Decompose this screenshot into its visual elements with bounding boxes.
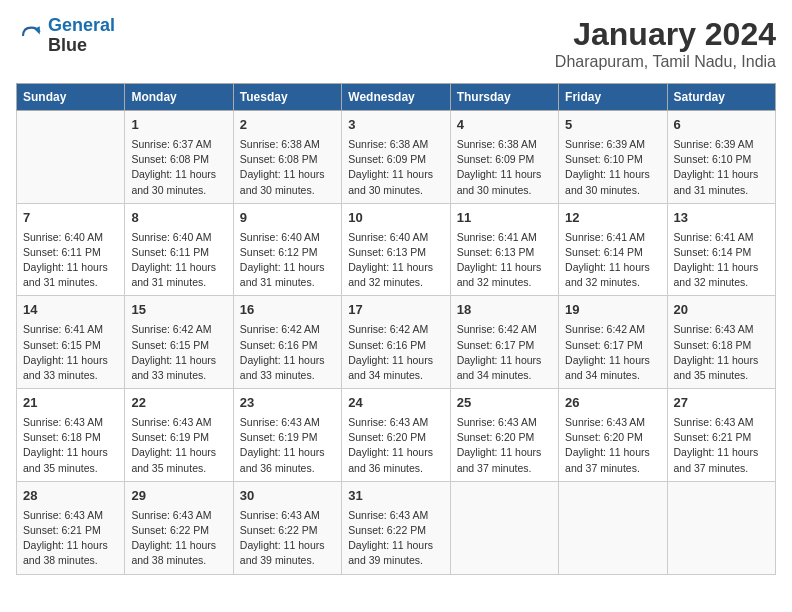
day-number: 29 bbox=[131, 487, 226, 506]
day-number: 11 bbox=[457, 209, 552, 228]
calendar-cell: 12Sunrise: 6:41 AMSunset: 6:14 PMDayligh… bbox=[559, 203, 667, 296]
cell-content: Sunrise: 6:43 AMSunset: 6:19 PMDaylight:… bbox=[131, 415, 226, 476]
calendar-cell: 16Sunrise: 6:42 AMSunset: 6:16 PMDayligh… bbox=[233, 296, 341, 389]
day-number: 5 bbox=[565, 116, 660, 135]
cell-content: Sunrise: 6:43 AMSunset: 6:18 PMDaylight:… bbox=[674, 322, 769, 383]
calendar-cell: 23Sunrise: 6:43 AMSunset: 6:19 PMDayligh… bbox=[233, 389, 341, 482]
calendar-cell: 1Sunrise: 6:37 AMSunset: 6:08 PMDaylight… bbox=[125, 111, 233, 204]
cell-content: Sunrise: 6:43 AMSunset: 6:20 PMDaylight:… bbox=[348, 415, 443, 476]
calendar-cell: 21Sunrise: 6:43 AMSunset: 6:18 PMDayligh… bbox=[17, 389, 125, 482]
calendar-cell: 14Sunrise: 6:41 AMSunset: 6:15 PMDayligh… bbox=[17, 296, 125, 389]
day-number: 12 bbox=[565, 209, 660, 228]
day-number: 10 bbox=[348, 209, 443, 228]
cell-content: Sunrise: 6:39 AMSunset: 6:10 PMDaylight:… bbox=[674, 137, 769, 198]
day-number: 28 bbox=[23, 487, 118, 506]
calendar-cell: 18Sunrise: 6:42 AMSunset: 6:17 PMDayligh… bbox=[450, 296, 558, 389]
day-number: 27 bbox=[674, 394, 769, 413]
cell-content: Sunrise: 6:38 AMSunset: 6:09 PMDaylight:… bbox=[457, 137, 552, 198]
calendar-week-row: 14Sunrise: 6:41 AMSunset: 6:15 PMDayligh… bbox=[17, 296, 776, 389]
day-number: 15 bbox=[131, 301, 226, 320]
day-number: 9 bbox=[240, 209, 335, 228]
cell-content: Sunrise: 6:39 AMSunset: 6:10 PMDaylight:… bbox=[565, 137, 660, 198]
cell-content: Sunrise: 6:41 AMSunset: 6:14 PMDaylight:… bbox=[565, 230, 660, 291]
calendar-cell: 2Sunrise: 6:38 AMSunset: 6:08 PMDaylight… bbox=[233, 111, 341, 204]
cell-content: Sunrise: 6:40 AMSunset: 6:13 PMDaylight:… bbox=[348, 230, 443, 291]
cell-content: Sunrise: 6:41 AMSunset: 6:15 PMDaylight:… bbox=[23, 322, 118, 383]
calendar-table: SundayMondayTuesdayWednesdayThursdayFrid… bbox=[16, 83, 776, 575]
calendar-cell: 28Sunrise: 6:43 AMSunset: 6:21 PMDayligh… bbox=[17, 481, 125, 574]
day-number: 21 bbox=[23, 394, 118, 413]
calendar-cell: 15Sunrise: 6:42 AMSunset: 6:15 PMDayligh… bbox=[125, 296, 233, 389]
calendar-cell: 3Sunrise: 6:38 AMSunset: 6:09 PMDaylight… bbox=[342, 111, 450, 204]
calendar-cell bbox=[17, 111, 125, 204]
day-number: 8 bbox=[131, 209, 226, 228]
cell-content: Sunrise: 6:41 AMSunset: 6:13 PMDaylight:… bbox=[457, 230, 552, 291]
calendar-cell bbox=[667, 481, 775, 574]
calendar-cell: 29Sunrise: 6:43 AMSunset: 6:22 PMDayligh… bbox=[125, 481, 233, 574]
logo: General Blue bbox=[16, 16, 115, 56]
cell-content: Sunrise: 6:37 AMSunset: 6:08 PMDaylight:… bbox=[131, 137, 226, 198]
day-number: 31 bbox=[348, 487, 443, 506]
title-block: January 2024 Dharapuram, Tamil Nadu, Ind… bbox=[555, 16, 776, 71]
cell-content: Sunrise: 6:43 AMSunset: 6:22 PMDaylight:… bbox=[240, 508, 335, 569]
calendar-day-header: Wednesday bbox=[342, 84, 450, 111]
page-title: January 2024 bbox=[555, 16, 776, 53]
calendar-cell: 26Sunrise: 6:43 AMSunset: 6:20 PMDayligh… bbox=[559, 389, 667, 482]
logo-text: General Blue bbox=[48, 16, 115, 56]
calendar-cell: 9Sunrise: 6:40 AMSunset: 6:12 PMDaylight… bbox=[233, 203, 341, 296]
day-number: 3 bbox=[348, 116, 443, 135]
calendar-day-header: Monday bbox=[125, 84, 233, 111]
day-number: 13 bbox=[674, 209, 769, 228]
day-number: 14 bbox=[23, 301, 118, 320]
calendar-cell: 25Sunrise: 6:43 AMSunset: 6:20 PMDayligh… bbox=[450, 389, 558, 482]
calendar-day-header: Friday bbox=[559, 84, 667, 111]
calendar-day-header: Tuesday bbox=[233, 84, 341, 111]
cell-content: Sunrise: 6:43 AMSunset: 6:21 PMDaylight:… bbox=[674, 415, 769, 476]
calendar-cell: 30Sunrise: 6:43 AMSunset: 6:22 PMDayligh… bbox=[233, 481, 341, 574]
page-subtitle: Dharapuram, Tamil Nadu, India bbox=[555, 53, 776, 71]
day-number: 26 bbox=[565, 394, 660, 413]
calendar-week-row: 7Sunrise: 6:40 AMSunset: 6:11 PMDaylight… bbox=[17, 203, 776, 296]
cell-content: Sunrise: 6:43 AMSunset: 6:18 PMDaylight:… bbox=[23, 415, 118, 476]
cell-content: Sunrise: 6:43 AMSunset: 6:19 PMDaylight:… bbox=[240, 415, 335, 476]
day-number: 17 bbox=[348, 301, 443, 320]
logo-icon bbox=[16, 22, 44, 50]
day-number: 30 bbox=[240, 487, 335, 506]
day-number: 25 bbox=[457, 394, 552, 413]
calendar-cell: 17Sunrise: 6:42 AMSunset: 6:16 PMDayligh… bbox=[342, 296, 450, 389]
cell-content: Sunrise: 6:40 AMSunset: 6:11 PMDaylight:… bbox=[131, 230, 226, 291]
cell-content: Sunrise: 6:40 AMSunset: 6:12 PMDaylight:… bbox=[240, 230, 335, 291]
calendar-week-row: 1Sunrise: 6:37 AMSunset: 6:08 PMDaylight… bbox=[17, 111, 776, 204]
calendar-header-row: SundayMondayTuesdayWednesdayThursdayFrid… bbox=[17, 84, 776, 111]
calendar-cell: 20Sunrise: 6:43 AMSunset: 6:18 PMDayligh… bbox=[667, 296, 775, 389]
cell-content: Sunrise: 6:43 AMSunset: 6:22 PMDaylight:… bbox=[348, 508, 443, 569]
calendar-cell: 19Sunrise: 6:42 AMSunset: 6:17 PMDayligh… bbox=[559, 296, 667, 389]
calendar-cell: 27Sunrise: 6:43 AMSunset: 6:21 PMDayligh… bbox=[667, 389, 775, 482]
calendar-cell: 24Sunrise: 6:43 AMSunset: 6:20 PMDayligh… bbox=[342, 389, 450, 482]
day-number: 6 bbox=[674, 116, 769, 135]
cell-content: Sunrise: 6:41 AMSunset: 6:14 PMDaylight:… bbox=[674, 230, 769, 291]
calendar-cell: 5Sunrise: 6:39 AMSunset: 6:10 PMDaylight… bbox=[559, 111, 667, 204]
calendar-cell bbox=[559, 481, 667, 574]
calendar-cell: 6Sunrise: 6:39 AMSunset: 6:10 PMDaylight… bbox=[667, 111, 775, 204]
day-number: 4 bbox=[457, 116, 552, 135]
cell-content: Sunrise: 6:42 AMSunset: 6:16 PMDaylight:… bbox=[240, 322, 335, 383]
calendar-cell: 11Sunrise: 6:41 AMSunset: 6:13 PMDayligh… bbox=[450, 203, 558, 296]
calendar-day-header: Saturday bbox=[667, 84, 775, 111]
cell-content: Sunrise: 6:42 AMSunset: 6:17 PMDaylight:… bbox=[565, 322, 660, 383]
day-number: 24 bbox=[348, 394, 443, 413]
calendar-week-row: 21Sunrise: 6:43 AMSunset: 6:18 PMDayligh… bbox=[17, 389, 776, 482]
calendar-cell: 10Sunrise: 6:40 AMSunset: 6:13 PMDayligh… bbox=[342, 203, 450, 296]
calendar-day-header: Thursday bbox=[450, 84, 558, 111]
cell-content: Sunrise: 6:38 AMSunset: 6:08 PMDaylight:… bbox=[240, 137, 335, 198]
cell-content: Sunrise: 6:43 AMSunset: 6:20 PMDaylight:… bbox=[457, 415, 552, 476]
page-header: General Blue January 2024 Dharapuram, Ta… bbox=[16, 16, 776, 71]
calendar-week-row: 28Sunrise: 6:43 AMSunset: 6:21 PMDayligh… bbox=[17, 481, 776, 574]
day-number: 20 bbox=[674, 301, 769, 320]
cell-content: Sunrise: 6:42 AMSunset: 6:16 PMDaylight:… bbox=[348, 322, 443, 383]
day-number: 1 bbox=[131, 116, 226, 135]
cell-content: Sunrise: 6:42 AMSunset: 6:15 PMDaylight:… bbox=[131, 322, 226, 383]
cell-content: Sunrise: 6:38 AMSunset: 6:09 PMDaylight:… bbox=[348, 137, 443, 198]
calendar-cell: 22Sunrise: 6:43 AMSunset: 6:19 PMDayligh… bbox=[125, 389, 233, 482]
calendar-body: 1Sunrise: 6:37 AMSunset: 6:08 PMDaylight… bbox=[17, 111, 776, 575]
